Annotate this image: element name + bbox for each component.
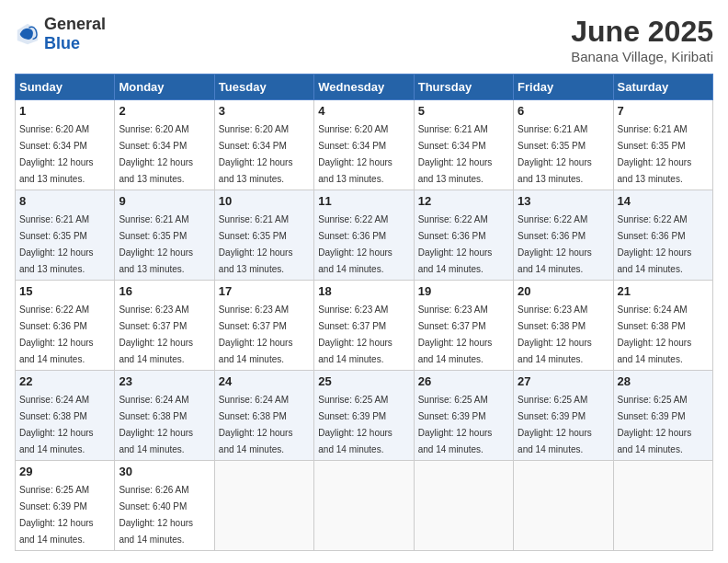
calendar-body: 1Sunrise: 6:20 AM Sunset: 6:34 PM Daylig… xyxy=(16,100,713,551)
calendar-cell xyxy=(214,461,313,551)
day-info: Sunrise: 6:23 AM Sunset: 6:37 PM Dayligh… xyxy=(418,304,493,364)
calendar-cell xyxy=(613,461,712,551)
day-info: Sunrise: 6:21 AM Sunset: 6:34 PM Dayligh… xyxy=(418,124,493,184)
day-of-week-header: Friday xyxy=(514,75,613,100)
day-info: Sunrise: 6:20 AM Sunset: 6:34 PM Dayligh… xyxy=(19,124,94,184)
day-info: Sunrise: 6:24 AM Sunset: 6:38 PM Dayligh… xyxy=(19,395,94,454)
calendar-cell: 19Sunrise: 6:23 AM Sunset: 6:37 PM Dayli… xyxy=(414,281,513,371)
day-info: Sunrise: 6:20 AM Sunset: 6:34 PM Dayligh… xyxy=(318,124,392,184)
calendar-week-row: 29Sunrise: 6:25 AM Sunset: 6:39 PM Dayli… xyxy=(16,461,713,551)
day-info: Sunrise: 6:25 AM Sunset: 6:39 PM Dayligh… xyxy=(518,395,592,454)
day-info: Sunrise: 6:21 AM Sunset: 6:35 PM Dayligh… xyxy=(219,214,293,274)
calendar-cell: 22Sunrise: 6:24 AM Sunset: 6:38 PM Dayli… xyxy=(16,371,115,461)
day-number: 25 xyxy=(318,374,409,388)
day-info: Sunrise: 6:22 AM Sunset: 6:36 PM Dayligh… xyxy=(418,214,493,274)
day-number: 21 xyxy=(618,284,709,298)
calendar-week-row: 8Sunrise: 6:21 AM Sunset: 6:35 PM Daylig… xyxy=(16,190,713,281)
day-number: 4 xyxy=(318,104,409,118)
day-info: Sunrise: 6:21 AM Sunset: 6:35 PM Dayligh… xyxy=(518,124,592,184)
day-info: Sunrise: 6:21 AM Sunset: 6:35 PM Dayligh… xyxy=(618,124,692,184)
day-info: Sunrise: 6:25 AM Sunset: 6:39 PM Dayligh… xyxy=(418,395,493,454)
calendar-cell xyxy=(514,461,613,551)
main-title: June 2025 xyxy=(571,15,713,49)
day-info: Sunrise: 6:25 AM Sunset: 6:39 PM Dayligh… xyxy=(19,485,94,545)
day-info: Sunrise: 6:23 AM Sunset: 6:38 PM Dayligh… xyxy=(518,304,592,364)
day-number: 27 xyxy=(518,374,609,388)
calendar-cell: 18Sunrise: 6:23 AM Sunset: 6:37 PM Dayli… xyxy=(314,281,414,371)
day-number: 17 xyxy=(219,284,310,298)
calendar-week-row: 22Sunrise: 6:24 AM Sunset: 6:38 PM Dayli… xyxy=(16,371,713,461)
calendar-cell xyxy=(414,461,513,551)
logo: General Blue xyxy=(15,15,106,53)
day-number: 28 xyxy=(618,374,709,388)
calendar-cell: 17Sunrise: 6:23 AM Sunset: 6:37 PM Dayli… xyxy=(214,281,313,371)
day-info: Sunrise: 6:23 AM Sunset: 6:37 PM Dayligh… xyxy=(119,304,193,364)
day-number: 26 xyxy=(418,374,509,388)
day-info: Sunrise: 6:24 AM Sunset: 6:38 PM Dayligh… xyxy=(219,395,293,454)
calendar-cell: 23Sunrise: 6:24 AM Sunset: 6:38 PM Dayli… xyxy=(115,371,214,461)
calendar-cell: 29Sunrise: 6:25 AM Sunset: 6:39 PM Dayli… xyxy=(16,461,115,551)
header: General Blue June 2025 Banana Village, K… xyxy=(15,15,713,64)
calendar-header: SundayMondayTuesdayWednesdayThursdayFrid… xyxy=(16,75,713,100)
day-number: 29 xyxy=(19,465,110,478)
calendar-cell: 7Sunrise: 6:21 AM Sunset: 6:35 PM Daylig… xyxy=(613,100,712,190)
logo-blue: Blue xyxy=(44,34,80,52)
calendar-week-row: 15Sunrise: 6:22 AM Sunset: 6:36 PM Dayli… xyxy=(16,281,713,371)
calendar-cell: 1Sunrise: 6:20 AM Sunset: 6:34 PM Daylig… xyxy=(16,100,115,190)
day-of-week-header: Monday xyxy=(115,75,214,100)
day-of-week-header: Sunday xyxy=(16,75,115,100)
day-number: 11 xyxy=(318,194,409,208)
day-number: 10 xyxy=(219,194,310,208)
calendar-cell: 8Sunrise: 6:21 AM Sunset: 6:35 PM Daylig… xyxy=(16,190,115,281)
day-number: 13 xyxy=(518,194,609,208)
day-number: 1 xyxy=(19,104,110,118)
day-info: Sunrise: 6:22 AM Sunset: 6:36 PM Dayligh… xyxy=(19,304,94,364)
day-number: 24 xyxy=(219,374,310,388)
logo-text: General Blue xyxy=(44,15,106,53)
calendar-cell: 15Sunrise: 6:22 AM Sunset: 6:36 PM Dayli… xyxy=(16,281,115,371)
day-number: 19 xyxy=(418,284,509,298)
day-info: Sunrise: 6:22 AM Sunset: 6:36 PM Dayligh… xyxy=(618,214,692,274)
day-info: Sunrise: 6:26 AM Sunset: 6:40 PM Dayligh… xyxy=(119,485,193,545)
calendar-cell: 25Sunrise: 6:25 AM Sunset: 6:39 PM Dayli… xyxy=(314,371,414,461)
calendar-cell: 5Sunrise: 6:21 AM Sunset: 6:34 PM Daylig… xyxy=(414,100,513,190)
calendar-cell: 2Sunrise: 6:20 AM Sunset: 6:34 PM Daylig… xyxy=(115,100,214,190)
calendar-cell: 28Sunrise: 6:25 AM Sunset: 6:39 PM Dayli… xyxy=(613,371,712,461)
day-number: 8 xyxy=(19,194,110,208)
day-info: Sunrise: 6:25 AM Sunset: 6:39 PM Dayligh… xyxy=(618,395,692,454)
day-info: Sunrise: 6:23 AM Sunset: 6:37 PM Dayligh… xyxy=(219,304,293,364)
day-number: 2 xyxy=(119,104,210,118)
day-of-week-header: Thursday xyxy=(414,75,513,100)
calendar-cell: 21Sunrise: 6:24 AM Sunset: 6:38 PM Dayli… xyxy=(613,281,712,371)
calendar-cell: 16Sunrise: 6:23 AM Sunset: 6:37 PM Dayli… xyxy=(115,281,214,371)
day-number: 9 xyxy=(119,194,210,208)
calendar-cell: 3Sunrise: 6:20 AM Sunset: 6:34 PM Daylig… xyxy=(214,100,313,190)
day-number: 23 xyxy=(119,374,210,388)
subtitle: Banana Village, Kiribati xyxy=(571,49,713,64)
day-info: Sunrise: 6:21 AM Sunset: 6:35 PM Dayligh… xyxy=(19,214,94,274)
calendar-cell: 11Sunrise: 6:22 AM Sunset: 6:36 PM Dayli… xyxy=(314,190,414,281)
day-number: 22 xyxy=(19,374,110,388)
day-info: Sunrise: 6:23 AM Sunset: 6:37 PM Dayligh… xyxy=(318,304,392,364)
day-number: 16 xyxy=(119,284,210,298)
calendar-cell: 20Sunrise: 6:23 AM Sunset: 6:38 PM Dayli… xyxy=(514,281,613,371)
day-number: 3 xyxy=(219,104,310,118)
title-area: June 2025 Banana Village, Kiribati xyxy=(571,15,713,64)
calendar-cell: 26Sunrise: 6:25 AM Sunset: 6:39 PM Dayli… xyxy=(414,371,513,461)
logo-general: General xyxy=(44,15,106,33)
calendar-cell: 9Sunrise: 6:21 AM Sunset: 6:35 PM Daylig… xyxy=(115,190,214,281)
day-number: 20 xyxy=(518,284,609,298)
day-info: Sunrise: 6:24 AM Sunset: 6:38 PM Dayligh… xyxy=(119,395,193,454)
day-info: Sunrise: 6:22 AM Sunset: 6:36 PM Dayligh… xyxy=(518,214,592,274)
day-info: Sunrise: 6:22 AM Sunset: 6:36 PM Dayligh… xyxy=(318,214,392,274)
day-info: Sunrise: 6:24 AM Sunset: 6:38 PM Dayligh… xyxy=(618,304,692,364)
day-number: 15 xyxy=(19,284,110,298)
calendar-table: SundayMondayTuesdayWednesdayThursdayFrid… xyxy=(15,74,713,551)
day-of-week-header: Wednesday xyxy=(314,75,414,100)
calendar-cell: 30Sunrise: 6:26 AM Sunset: 6:40 PM Dayli… xyxy=(115,461,214,551)
day-number: 7 xyxy=(618,104,709,118)
day-number: 30 xyxy=(119,465,210,478)
calendar-week-row: 1Sunrise: 6:20 AM Sunset: 6:34 PM Daylig… xyxy=(16,100,713,190)
day-number: 12 xyxy=(418,194,509,208)
calendar-cell: 14Sunrise: 6:22 AM Sunset: 6:36 PM Dayli… xyxy=(613,190,712,281)
